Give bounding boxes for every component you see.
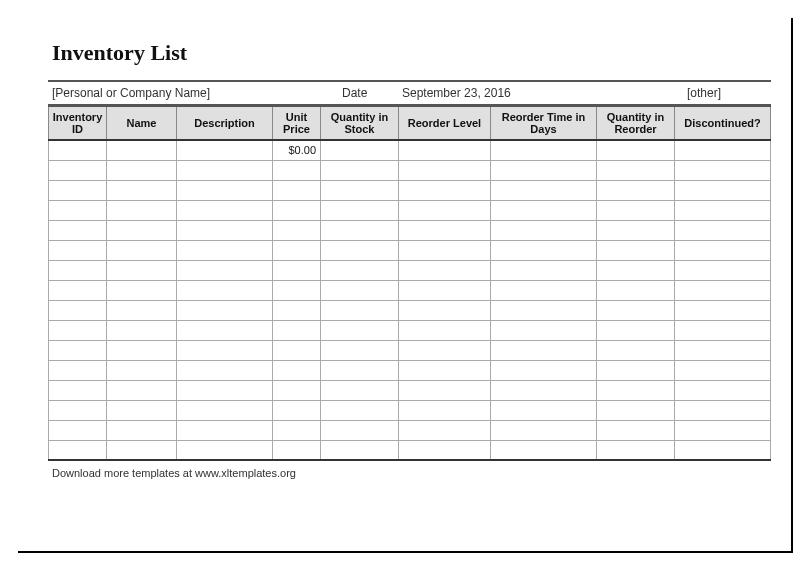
cell-name[interactable] xyxy=(107,240,177,260)
cell-discontinued[interactable] xyxy=(675,340,771,360)
cell-reorder_level[interactable] xyxy=(399,420,491,440)
cell-qty_stock[interactable] xyxy=(321,160,399,180)
cell-description[interactable] xyxy=(177,280,273,300)
cell-discontinued[interactable] xyxy=(675,300,771,320)
cell-name[interactable] xyxy=(107,260,177,280)
cell-description[interactable] xyxy=(177,140,273,160)
cell-qty_stock[interactable] xyxy=(321,360,399,380)
cell-inventory_id[interactable] xyxy=(49,320,107,340)
cell-discontinued[interactable] xyxy=(675,420,771,440)
cell-unit_price[interactable] xyxy=(273,240,321,260)
cell-description[interactable] xyxy=(177,300,273,320)
cell-name[interactable] xyxy=(107,160,177,180)
cell-reorder_time[interactable] xyxy=(491,200,597,220)
cell-discontinued[interactable] xyxy=(675,280,771,300)
company-name-field[interactable]: [Personal or Company Name] xyxy=(52,86,342,100)
cell-qty_stock[interactable] xyxy=(321,140,399,160)
cell-qty_reorder[interactable] xyxy=(597,420,675,440)
col-header-discontinued[interactable]: Discontinued? xyxy=(675,106,771,140)
cell-qty_stock[interactable] xyxy=(321,440,399,460)
cell-description[interactable] xyxy=(177,220,273,240)
cell-name[interactable] xyxy=(107,180,177,200)
cell-reorder_level[interactable] xyxy=(399,300,491,320)
cell-reorder_level[interactable] xyxy=(399,200,491,220)
cell-inventory_id[interactable] xyxy=(49,380,107,400)
cell-unit_price[interactable] xyxy=(273,260,321,280)
col-header-qty-reorder[interactable]: Quantity in Reorder xyxy=(597,106,675,140)
cell-unit_price[interactable] xyxy=(273,440,321,460)
cell-description[interactable] xyxy=(177,420,273,440)
cell-description[interactable] xyxy=(177,340,273,360)
cell-reorder_level[interactable] xyxy=(399,360,491,380)
date-value[interactable]: September 23, 2016 xyxy=(402,86,687,100)
col-header-qty-stock[interactable]: Quantity in Stock xyxy=(321,106,399,140)
cell-reorder_time[interactable] xyxy=(491,340,597,360)
cell-unit_price[interactable] xyxy=(273,200,321,220)
cell-unit_price[interactable] xyxy=(273,320,321,340)
cell-description[interactable] xyxy=(177,180,273,200)
col-header-unit-price[interactable]: Unit Price xyxy=(273,106,321,140)
cell-qty_reorder[interactable] xyxy=(597,200,675,220)
cell-discontinued[interactable] xyxy=(675,360,771,380)
cell-discontinued[interactable] xyxy=(675,200,771,220)
cell-unit_price[interactable] xyxy=(273,160,321,180)
cell-qty_reorder[interactable] xyxy=(597,280,675,300)
cell-inventory_id[interactable] xyxy=(49,400,107,420)
cell-qty_reorder[interactable] xyxy=(597,300,675,320)
cell-qty_reorder[interactable] xyxy=(597,400,675,420)
cell-qty_stock[interactable] xyxy=(321,380,399,400)
cell-discontinued[interactable] xyxy=(675,220,771,240)
cell-description[interactable] xyxy=(177,400,273,420)
cell-unit_price[interactable] xyxy=(273,360,321,380)
cell-reorder_level[interactable] xyxy=(399,220,491,240)
cell-unit_price[interactable] xyxy=(273,180,321,200)
cell-reorder_time[interactable] xyxy=(491,440,597,460)
cell-name[interactable] xyxy=(107,360,177,380)
cell-name[interactable] xyxy=(107,400,177,420)
cell-unit_price[interactable] xyxy=(273,400,321,420)
cell-description[interactable] xyxy=(177,360,273,380)
cell-inventory_id[interactable] xyxy=(49,340,107,360)
cell-unit_price[interactable] xyxy=(273,380,321,400)
cell-qty_stock[interactable] xyxy=(321,340,399,360)
cell-reorder_time[interactable] xyxy=(491,420,597,440)
cell-description[interactable] xyxy=(177,320,273,340)
cell-discontinued[interactable] xyxy=(675,400,771,420)
cell-inventory_id[interactable] xyxy=(49,220,107,240)
cell-inventory_id[interactable] xyxy=(49,360,107,380)
cell-reorder_time[interactable] xyxy=(491,380,597,400)
cell-discontinued[interactable] xyxy=(675,260,771,280)
cell-qty_reorder[interactable] xyxy=(597,440,675,460)
cell-inventory_id[interactable] xyxy=(49,440,107,460)
cell-name[interactable] xyxy=(107,420,177,440)
col-header-reorder-time[interactable]: Reorder Time in Days xyxy=(491,106,597,140)
cell-discontinued[interactable] xyxy=(675,380,771,400)
cell-unit_price[interactable]: $0.00 xyxy=(273,140,321,160)
cell-name[interactable] xyxy=(107,200,177,220)
cell-qty_reorder[interactable] xyxy=(597,140,675,160)
cell-description[interactable] xyxy=(177,240,273,260)
cell-inventory_id[interactable] xyxy=(49,280,107,300)
cell-name[interactable] xyxy=(107,440,177,460)
cell-unit_price[interactable] xyxy=(273,280,321,300)
cell-reorder_time[interactable] xyxy=(491,160,597,180)
cell-qty_reorder[interactable] xyxy=(597,320,675,340)
cell-qty_reorder[interactable] xyxy=(597,160,675,180)
cell-qty_reorder[interactable] xyxy=(597,360,675,380)
cell-qty_stock[interactable] xyxy=(321,320,399,340)
col-header-name[interactable]: Name xyxy=(107,106,177,140)
cell-qty_reorder[interactable] xyxy=(597,340,675,360)
cell-discontinued[interactable] xyxy=(675,240,771,260)
cell-description[interactable] xyxy=(177,160,273,180)
cell-description[interactable] xyxy=(177,200,273,220)
cell-reorder_time[interactable] xyxy=(491,260,597,280)
cell-qty_stock[interactable] xyxy=(321,300,399,320)
cell-name[interactable] xyxy=(107,340,177,360)
col-header-inventory-id[interactable]: Inventory ID xyxy=(49,106,107,140)
cell-inventory_id[interactable] xyxy=(49,260,107,280)
cell-reorder_time[interactable] xyxy=(491,280,597,300)
other-field[interactable]: [other] xyxy=(687,86,767,100)
cell-reorder_time[interactable] xyxy=(491,360,597,380)
cell-qty_reorder[interactable] xyxy=(597,380,675,400)
cell-description[interactable] xyxy=(177,260,273,280)
